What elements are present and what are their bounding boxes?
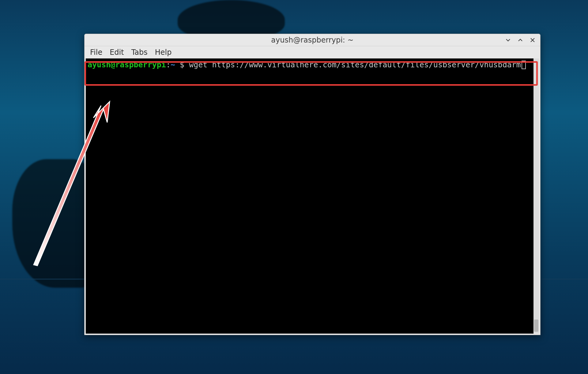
terminal-viewport: ayush@raspberrypi:~ $ wget https://www.v… bbox=[86, 58, 539, 334]
menubar: File Edit Tabs Help bbox=[85, 46, 540, 58]
terminal-window: ayush@raspberrypi: ~ File Edit Tabs Help… bbox=[84, 34, 541, 335]
menu-help[interactable]: Help bbox=[155, 48, 172, 57]
terminal-cursor bbox=[522, 61, 526, 69]
prompt-separator: : bbox=[166, 60, 171, 69]
prompt-path: ~ bbox=[171, 60, 175, 69]
menu-tabs[interactable]: Tabs bbox=[131, 48, 148, 57]
prompt-user-host: ayush@raspberrypi bbox=[88, 60, 166, 69]
window-title: ayush@raspberrypi: ~ bbox=[271, 36, 353, 44]
window-titlebar[interactable]: ayush@raspberrypi: ~ bbox=[85, 34, 540, 46]
close-icon[interactable] bbox=[529, 36, 537, 44]
menu-edit[interactable]: Edit bbox=[110, 48, 124, 57]
scrollbar-thumb[interactable] bbox=[534, 320, 538, 332]
minimize-icon[interactable] bbox=[504, 36, 512, 44]
terminal-scrollbar[interactable] bbox=[533, 58, 539, 334]
terminal-body[interactable]: ayush@raspberrypi:~ $ wget https://www.v… bbox=[86, 58, 539, 334]
prompt-symbol: $ bbox=[175, 60, 189, 69]
menu-file[interactable]: File bbox=[90, 48, 102, 57]
command-text: wget https://www.virtualhere.com/sites/d… bbox=[189, 60, 521, 69]
window-controls bbox=[504, 34, 537, 46]
maximize-icon[interactable] bbox=[516, 36, 524, 44]
